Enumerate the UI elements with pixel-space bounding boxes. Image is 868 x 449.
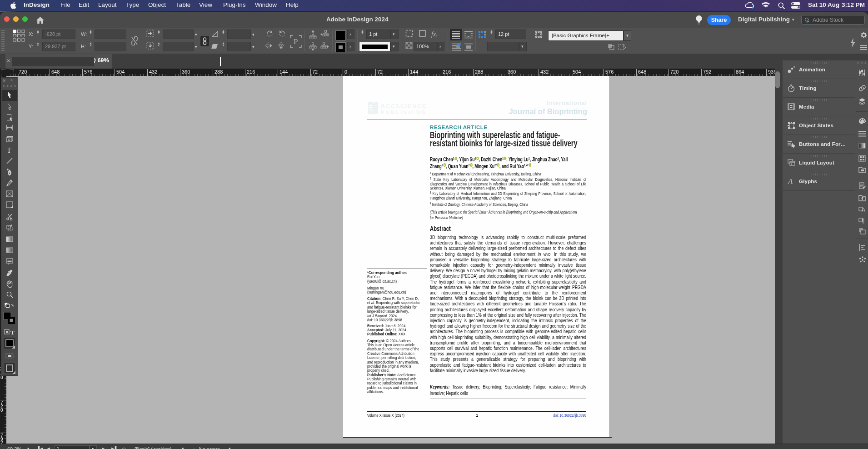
svg-text:A: A — [862, 207, 865, 213]
svg-text:A: A — [788, 178, 793, 185]
svg-text:T: T — [7, 147, 11, 154]
svg-text:P: P — [294, 37, 298, 46]
svg-text:T: T — [10, 329, 15, 335]
svg-text:¶: ¶ — [862, 218, 864, 224]
